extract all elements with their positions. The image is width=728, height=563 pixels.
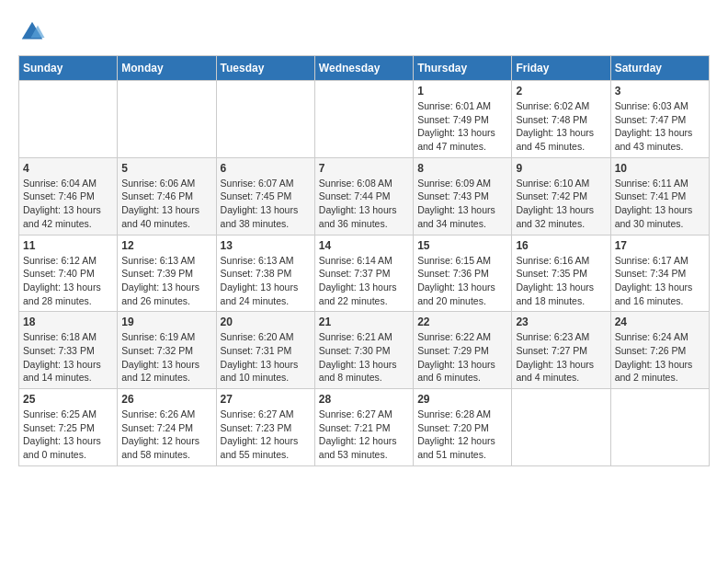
day-info: Sunrise: 6:07 AMSunset: 7:45 PMDaylight:…: [221, 177, 311, 231]
day-number: 20: [221, 316, 311, 328]
day-number: 28: [319, 393, 409, 406]
calendar-cell: 25Sunrise: 6:25 AMSunset: 7:25 PMDayligh…: [19, 389, 118, 466]
day-info: Sunrise: 6:27 AMSunset: 7:23 PMDaylight:…: [221, 408, 311, 462]
day-header-friday: Friday: [512, 56, 610, 81]
day-info: Sunrise: 6:18 AMSunset: 7:33 PMDaylight:…: [23, 330, 113, 385]
day-info: Sunrise: 6:12 AMSunset: 7:40 PMDaylight:…: [23, 254, 113, 308]
day-info: Sunrise: 6:08 AMSunset: 7:44 PMDaylight:…: [319, 177, 409, 231]
day-number: 18: [23, 316, 113, 328]
calendar-cell: 7Sunrise: 6:08 AMSunset: 7:44 PMDaylight…: [314, 157, 413, 235]
calendar-cell: 8Sunrise: 6:09 AMSunset: 7:43 PMDaylight…: [414, 157, 512, 235]
day-info: Sunrise: 6:17 AMSunset: 7:34 PMDaylight:…: [615, 254, 705, 308]
day-number: 27: [221, 393, 311, 406]
week-row-4: 18Sunrise: 6:18 AMSunset: 7:33 PMDayligh…: [19, 312, 710, 389]
calendar-cell: 5Sunrise: 6:06 AMSunset: 7:46 PMDaylight…: [118, 157, 216, 235]
days-header-row: SundayMondayTuesdayWednesdayThursdayFrid…: [19, 56, 710, 81]
calendar-table: SundayMondayTuesdayWednesdayThursdayFrid…: [18, 55, 710, 466]
day-number: 19: [121, 316, 211, 328]
calendar-cell: 17Sunrise: 6:17 AMSunset: 7:34 PMDayligh…: [610, 235, 709, 312]
day-info: Sunrise: 6:16 AMSunset: 7:35 PMDaylight:…: [516, 254, 606, 308]
calendar-cell: 27Sunrise: 6:27 AMSunset: 7:23 PMDayligh…: [216, 389, 314, 466]
day-info: Sunrise: 6:23 AMSunset: 7:27 PMDaylight:…: [516, 330, 606, 385]
day-header-thursday: Thursday: [414, 56, 512, 81]
calendar-cell: 1Sunrise: 6:01 AMSunset: 7:49 PMDaylight…: [414, 81, 512, 158]
day-header-tuesday: Tuesday: [216, 56, 314, 81]
calendar-cell: [512, 389, 610, 466]
week-row-1: 1Sunrise: 6:01 AMSunset: 7:49 PMDaylight…: [19, 81, 710, 158]
day-number: 23: [516, 316, 606, 328]
day-info: Sunrise: 6:27 AMSunset: 7:21 PMDaylight:…: [319, 408, 409, 462]
calendar-cell: [314, 81, 413, 158]
calendar-cell: 26Sunrise: 6:26 AMSunset: 7:24 PMDayligh…: [118, 389, 216, 466]
day-info: Sunrise: 6:13 AMSunset: 7:38 PMDaylight:…: [221, 254, 311, 308]
calendar-cell: 9Sunrise: 6:10 AMSunset: 7:42 PMDaylight…: [512, 157, 610, 235]
day-number: 2: [516, 85, 606, 98]
calendar-cell: 4Sunrise: 6:04 AMSunset: 7:46 PMDaylight…: [19, 157, 118, 235]
calendar-cell: 18Sunrise: 6:18 AMSunset: 7:33 PMDayligh…: [19, 312, 118, 389]
calendar-cell: 23Sunrise: 6:23 AMSunset: 7:27 PMDayligh…: [512, 312, 610, 389]
week-row-2: 4Sunrise: 6:04 AMSunset: 7:46 PMDaylight…: [19, 157, 710, 235]
day-info: Sunrise: 6:15 AMSunset: 7:36 PMDaylight:…: [417, 254, 507, 308]
day-info: Sunrise: 6:14 AMSunset: 7:37 PMDaylight:…: [319, 254, 409, 308]
day-header-sunday: Sunday: [19, 56, 118, 81]
day-header-saturday: Saturday: [610, 56, 709, 81]
calendar-cell: 6Sunrise: 6:07 AMSunset: 7:45 PMDaylight…: [216, 157, 314, 235]
logo-icon: [18, 18, 46, 46]
day-number: 9: [516, 162, 606, 175]
day-info: Sunrise: 6:22 AMSunset: 7:29 PMDaylight:…: [417, 330, 507, 385]
calendar-cell: 14Sunrise: 6:14 AMSunset: 7:37 PMDayligh…: [314, 235, 413, 312]
week-row-3: 11Sunrise: 6:12 AMSunset: 7:40 PMDayligh…: [19, 235, 710, 312]
day-number: 29: [417, 393, 507, 406]
day-number: 4: [23, 162, 113, 175]
day-number: 6: [221, 162, 311, 175]
calendar-cell: 15Sunrise: 6:15 AMSunset: 7:36 PMDayligh…: [414, 235, 512, 312]
calendar-cell: [19, 81, 118, 158]
day-info: Sunrise: 6:25 AMSunset: 7:25 PMDaylight:…: [23, 408, 113, 462]
day-info: Sunrise: 6:02 AMSunset: 7:48 PMDaylight:…: [516, 99, 606, 154]
calendar-cell: 12Sunrise: 6:13 AMSunset: 7:39 PMDayligh…: [118, 235, 216, 312]
logo: [18, 18, 50, 46]
day-number: 12: [121, 239, 211, 252]
day-info: Sunrise: 6:26 AMSunset: 7:24 PMDaylight:…: [121, 408, 211, 462]
day-number: 11: [23, 239, 113, 252]
day-number: 26: [121, 393, 211, 406]
day-info: Sunrise: 6:09 AMSunset: 7:43 PMDaylight:…: [417, 177, 507, 231]
day-number: 15: [417, 239, 507, 252]
day-info: Sunrise: 6:28 AMSunset: 7:20 PMDaylight:…: [417, 408, 507, 462]
day-number: 14: [319, 239, 409, 252]
calendar-cell: 3Sunrise: 6:03 AMSunset: 7:47 PMDaylight…: [610, 81, 709, 158]
calendar-cell: 19Sunrise: 6:19 AMSunset: 7:32 PMDayligh…: [118, 312, 216, 389]
calendar-cell: 29Sunrise: 6:28 AMSunset: 7:20 PMDayligh…: [414, 389, 512, 466]
calendar-cell: 10Sunrise: 6:11 AMSunset: 7:41 PMDayligh…: [610, 157, 709, 235]
calendar-cell: [216, 81, 314, 158]
day-header-monday: Monday: [118, 56, 216, 81]
day-info: Sunrise: 6:20 AMSunset: 7:31 PMDaylight:…: [221, 330, 311, 385]
day-info: Sunrise: 6:03 AMSunset: 7:47 PMDaylight:…: [615, 99, 705, 154]
calendar-cell: 20Sunrise: 6:20 AMSunset: 7:31 PMDayligh…: [216, 312, 314, 389]
day-number: 22: [417, 316, 507, 328]
day-number: 3: [615, 85, 705, 98]
day-number: 13: [221, 239, 311, 252]
day-number: 17: [615, 239, 705, 252]
day-info: Sunrise: 6:01 AMSunset: 7:49 PMDaylight:…: [417, 99, 507, 154]
calendar-cell: 22Sunrise: 6:22 AMSunset: 7:29 PMDayligh…: [414, 312, 512, 389]
day-info: Sunrise: 6:19 AMSunset: 7:32 PMDaylight:…: [121, 330, 211, 385]
day-number: 8: [417, 162, 507, 175]
day-number: 1: [417, 85, 507, 98]
calendar-cell: 2Sunrise: 6:02 AMSunset: 7:48 PMDaylight…: [512, 81, 610, 158]
day-info: Sunrise: 6:13 AMSunset: 7:39 PMDaylight:…: [121, 254, 211, 308]
calendar-cell: 16Sunrise: 6:16 AMSunset: 7:35 PMDayligh…: [512, 235, 610, 312]
day-number: 10: [615, 162, 705, 175]
day-info: Sunrise: 6:04 AMSunset: 7:46 PMDaylight:…: [23, 177, 113, 231]
calendar-cell: [610, 389, 709, 466]
day-info: Sunrise: 6:06 AMSunset: 7:46 PMDaylight:…: [121, 177, 211, 231]
day-header-wednesday: Wednesday: [314, 56, 413, 81]
day-info: Sunrise: 6:24 AMSunset: 7:26 PMDaylight:…: [615, 330, 705, 385]
day-number: 7: [319, 162, 409, 175]
day-number: 5: [121, 162, 211, 175]
day-number: 21: [319, 316, 409, 328]
calendar-cell: 28Sunrise: 6:27 AMSunset: 7:21 PMDayligh…: [314, 389, 413, 466]
calendar-cell: 21Sunrise: 6:21 AMSunset: 7:30 PMDayligh…: [314, 312, 413, 389]
day-number: 16: [516, 239, 606, 252]
day-info: Sunrise: 6:10 AMSunset: 7:42 PMDaylight:…: [516, 177, 606, 231]
